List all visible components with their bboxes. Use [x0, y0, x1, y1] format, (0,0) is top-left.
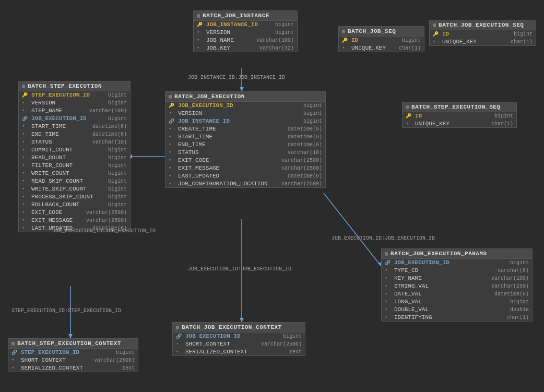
col-type: varchar(10): [92, 139, 127, 145]
table-row: ▪ COMMIT_COUNT bigint: [19, 146, 130, 154]
plain-icon: ▪: [385, 268, 392, 273]
plain-icon: ▪: [169, 165, 176, 171]
fk-icon: 🔗: [385, 260, 392, 266]
table-batch-step-execution-context[interactable]: ▦ BATCH_STEP_EXECUTION_CONTEXT 🔗 STEP_EX…: [8, 338, 138, 372]
col-type: bigint: [108, 100, 127, 106]
col-type: varchar(2500): [86, 218, 127, 223]
plain-icon: ▪: [22, 171, 29, 176]
table-header-batch-job-execution: ▦ BATCH_JOB_EXECUTION: [165, 92, 325, 102]
col-type: varchar(6): [498, 268, 529, 274]
col-type: bigint: [303, 118, 322, 124]
table-row: ▪ UNIQUE_KEY char(1): [339, 44, 424, 52]
plain-icon: ▪: [385, 283, 392, 289]
plain-icon: ▪: [406, 121, 413, 126]
col-type: text: [122, 365, 135, 371]
table-batch-job-execution-context[interactable]: ▦ BATCH_JOB_EXECUTION_CONTEXT 🔗 JOB_EXEC…: [172, 322, 305, 356]
table-batch-job-seq[interactable]: ▦ BATCH_JOB_SEQ 🔑 ID bigint ▪ UNIQUE_KEY…: [338, 26, 424, 52]
col-type: bigint: [402, 38, 421, 43]
col-name: ID: [351, 37, 400, 43]
table-row: ▪ DOUBLE_VAL double: [382, 306, 532, 314]
fk-icon: 🔗: [11, 350, 19, 355]
plain-icon: ▪: [22, 210, 29, 215]
table-grid-icon: ▦: [406, 104, 409, 110]
plain-icon: ▪: [197, 30, 204, 35]
col-type: bigint: [116, 350, 135, 355]
table-grid-icon: ▦: [176, 324, 179, 330]
table-name-batch-job-instance: BATCH_JOB_INSTANCE: [203, 13, 269, 19]
table-header-batch-step-execution-seq: ▦ BATCH_STEP_EXECUTION_SEQ: [403, 102, 516, 112]
diagram-canvas: JOB_INSTANCE_ID:JOB_INSTANCE_ID JOB_EXEC…: [0, 0, 544, 392]
col-name: IDENTIFYING: [394, 314, 505, 320]
col-name: JOB_NAME: [206, 37, 254, 43]
table-batch-job-execution-seq[interactable]: ▦ BATCH_JOB_EXECUTION_SEQ 🔑 ID bigint ▪ …: [429, 20, 536, 46]
table-row: ▪ JOB_NAME varchar(100): [194, 37, 297, 44]
col-type: bigint: [275, 30, 294, 35]
pk-icon: 🔑: [169, 103, 176, 109]
table-batch-job-execution-params[interactable]: ▦ BATCH_JOB_EXECUTION_PARAMS 🔗 JOB_EXECU…: [381, 248, 533, 322]
table-row: ▪ TYPE_CD varchar(6): [382, 267, 532, 275]
table-row: 🔑 JOB_EXECUTION_ID bigint: [165, 102, 325, 110]
table-batch-job-instance[interactable]: ▦ BATCH_JOB_INSTANCE 🔑 JOB_INSTANCE_ID b…: [193, 10, 298, 52]
table-row: 🔗 JOB_EXECUTION_ID bigint: [382, 259, 532, 267]
col-name: PROCESS_SKIP_COUNT: [31, 194, 106, 200]
plain-icon: ▪: [385, 307, 392, 312]
plain-icon: ▪: [22, 186, 29, 192]
col-type: char(1): [491, 121, 513, 127]
table-batch-job-execution[interactable]: ▦ BATCH_JOB_EXECUTION 🔑 JOB_EXECUTION_ID…: [165, 91, 326, 188]
col-type: bigint: [108, 147, 127, 153]
col-name: SERIALIZED_CONTEXT: [21, 365, 120, 371]
table-row: ▪ START_TIME datetime(6): [19, 123, 130, 130]
col-name: LAST_UPDATED: [178, 173, 286, 179]
table-row: ▪ CREATE_TIME datetime(6): [165, 125, 325, 133]
col-type: varchar(2500): [281, 165, 322, 171]
table-row: ▪ EXIT_MESSAGE varchar(2500): [19, 217, 130, 224]
table-name-batch-step-execution: BATCH_STEP_EXECUTION: [28, 83, 102, 89]
table-row: ▪ EXIT_MESSAGE varchar(2500): [165, 164, 325, 172]
col-name: DATE_VAL: [394, 291, 492, 297]
col-type: datetime(6): [288, 142, 322, 148]
col-name: JOB_INSTANCE_ID: [206, 21, 273, 28]
table-grid-icon: ▦: [433, 22, 436, 28]
col-type: varchar(2500): [281, 181, 322, 187]
col-type: varchar(100): [256, 38, 294, 43]
table-row: ▪ EXIT_CODE varchar(2500): [19, 209, 130, 217]
col-name: SHORT_CONTEXT: [21, 357, 92, 363]
table-name-batch-job-execution: BATCH_JOB_EXECUTION: [174, 93, 245, 100]
col-type: bigint: [108, 171, 127, 176]
col-type: text: [289, 349, 302, 355]
col-type: datetime(6): [92, 124, 127, 129]
table-header-batch-step-execution-context: ▦ BATCH_STEP_EXECUTION_CONTEXT: [8, 339, 138, 349]
col-name: START_TIME: [178, 134, 286, 140]
svg-marker-5: [240, 318, 244, 322]
col-name: KEY_NAME: [394, 275, 489, 281]
col-name: END_TIME: [178, 141, 286, 148]
col-name: WRITE_COUNT: [31, 170, 106, 176]
table-name-batch-job-execution-params: BATCH_JOB_EXECUTION_PARAMS: [391, 251, 487, 257]
table-header-batch-job-execution-params: ▦ BATCH_JOB_EXECUTION_PARAMS: [382, 249, 532, 259]
col-type: varchar(2500): [94, 358, 135, 363]
rel-label-job-instance: JOB_INSTANCE_ID:JOB_INSTANCE_ID: [188, 75, 285, 80]
table-row: ▪ ROLLBACK_COUNT bigint: [19, 201, 130, 209]
col-name: EXIT_CODE: [178, 157, 279, 163]
table-row: ▪ UNIQUE_KEY char(1): [430, 38, 536, 45]
table-row: ▪ READ_COUNT bigint: [19, 154, 130, 162]
table-batch-step-execution[interactable]: ▦ BATCH_STEP_EXECUTION 🔑 STEP_EXECUTION_…: [18, 81, 131, 232]
table-batch-step-execution-seq[interactable]: ▦ BATCH_STEP_EXECUTION_SEQ 🔑 ID bigint ▪…: [402, 102, 517, 128]
col-type: bigint: [494, 113, 513, 119]
plain-icon: ▪: [169, 134, 176, 139]
table-grid-icon: ▦: [385, 251, 388, 257]
col-type: datetime(6): [494, 291, 529, 297]
table-row: ▪ LONG_VAL bigint: [382, 298, 532, 306]
plain-icon: ▪: [22, 179, 29, 184]
col-name: STATUS: [178, 149, 286, 156]
table-row: ▪ DATE_VAL datetime(6): [382, 290, 532, 298]
svg-marker-1: [240, 87, 244, 91]
pk-icon: 🔑: [22, 92, 29, 98]
table-header-batch-job-execution-context: ▦ BATCH_JOB_EXECUTION_CONTEXT: [173, 323, 305, 332]
table-name-batch-step-execution-context: BATCH_STEP_EXECUTION_CONTEXT: [17, 340, 121, 347]
table-row: ▪ VERSION bigint: [165, 110, 325, 117]
table-row: ▪ SHORT_CONTEXT varchar(2500): [173, 340, 305, 348]
table-row: 🔑 ID bigint: [339, 37, 424, 44]
table-row: ▪ END_TIME datetime(6): [165, 141, 325, 149]
table-header-batch-step-execution: ▦ BATCH_STEP_EXECUTION: [19, 81, 130, 91]
